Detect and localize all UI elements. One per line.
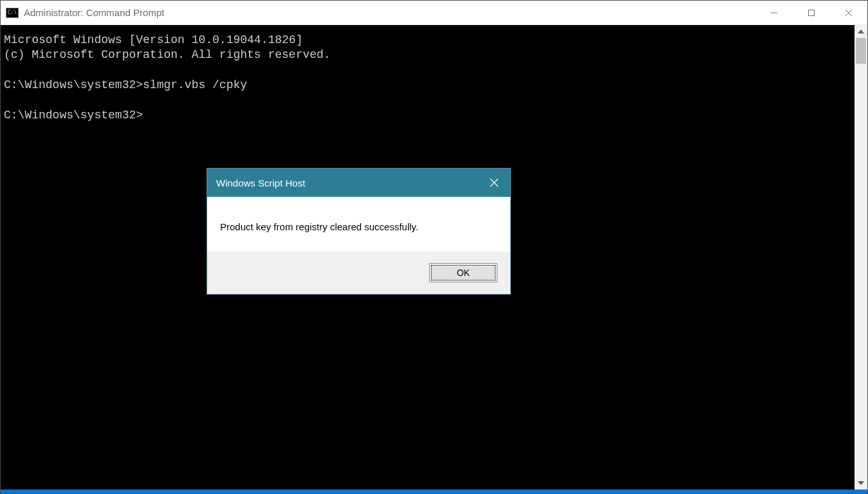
cmd-icon: C:\ bbox=[6, 8, 19, 18]
console-line: C:\Windows\system32> bbox=[4, 109, 143, 122]
script-host-dialog: Windows Script Host Product key from reg… bbox=[207, 168, 511, 295]
scroll-up-button[interactable] bbox=[854, 25, 867, 38]
dialog-titlebar[interactable]: Windows Script Host bbox=[207, 169, 510, 197]
close-button[interactable] bbox=[830, 1, 867, 24]
scrollbar-thumb[interactable] bbox=[856, 38, 866, 64]
window-title: Administrator: Command Prompt bbox=[24, 7, 755, 18]
dialog-title: Windows Script Host bbox=[216, 178, 478, 188]
chevron-down-icon bbox=[858, 481, 864, 485]
vertical-scrollbar[interactable] bbox=[854, 25, 867, 489]
console-line: Microsoft Windows [Version 10.0.19044.18… bbox=[4, 33, 302, 46]
minimize-icon bbox=[770, 9, 778, 17]
ok-button-label: OK bbox=[457, 268, 470, 278]
close-icon bbox=[490, 178, 499, 187]
titlebar[interactable]: C:\ Administrator: Command Prompt bbox=[1, 1, 867, 25]
maximize-button[interactable] bbox=[793, 1, 830, 24]
dialog-body: Product key from registry cleared succes… bbox=[207, 197, 510, 252]
scroll-down-button[interactable] bbox=[854, 477, 867, 489]
ok-button[interactable]: OK bbox=[429, 263, 497, 282]
dialog-close-button[interactable] bbox=[478, 169, 510, 197]
dialog-footer: OK bbox=[207, 252, 510, 294]
chevron-up-icon bbox=[858, 30, 864, 33]
maximize-icon bbox=[808, 9, 815, 17]
taskbar-edge bbox=[1, 489, 867, 493]
close-icon bbox=[845, 9, 853, 17]
cmd-icon-label: C:\ bbox=[8, 10, 17, 15]
scrollbar-track[interactable] bbox=[854, 38, 867, 477]
svg-rect-1 bbox=[809, 10, 815, 15]
dialog-message: Product key from registry cleared succes… bbox=[220, 221, 497, 232]
console-line: (c) Microsoft Corporation. All rights re… bbox=[4, 48, 331, 61]
console-line: C:\Windows\system32>slmgr.vbs /cpky bbox=[4, 78, 247, 91]
minimize-button[interactable] bbox=[755, 1, 793, 24]
window-controls bbox=[755, 1, 867, 24]
